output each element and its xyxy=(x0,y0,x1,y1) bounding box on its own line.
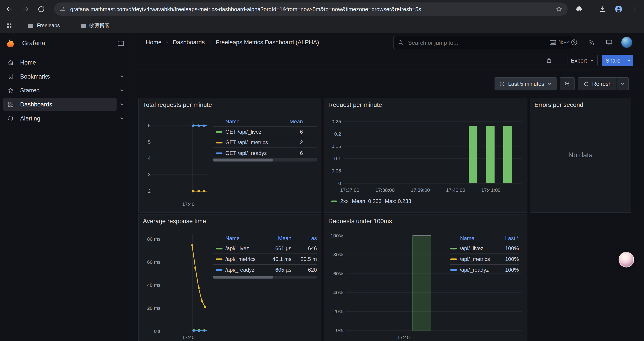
legend-col-mean[interactable]: Mean xyxy=(268,235,292,241)
breadcrumb-current: Freeleaps Metrics Dashboard (ALPHA) xyxy=(216,39,319,46)
refresh-button[interactable]: Refresh xyxy=(578,78,616,90)
user-avatar[interactable] xyxy=(621,37,632,48)
expand-dashboards-button[interactable] xyxy=(116,102,127,107)
svg-text:40 ms: 40 ms xyxy=(147,282,160,288)
grafana-sidebar: Grafana Home Bookmarks Starred Dashboard… xyxy=(0,33,131,341)
search-icon xyxy=(398,40,404,46)
legend-inline[interactable]: 2xx Mean: 0.233 Max: 0.233 xyxy=(331,198,411,204)
bookmark-item-freeleaps[interactable]: Freeleaps xyxy=(24,20,62,31)
downloads-button[interactable] xyxy=(596,2,610,16)
series-color-dash xyxy=(450,258,457,260)
refresh-interval-button[interactable] xyxy=(616,78,628,90)
bookmark-label: Freeleaps xyxy=(37,23,60,28)
browser-menu-button[interactable] xyxy=(628,2,642,16)
svg-text:0.25: 0.25 xyxy=(332,119,341,124)
time-controls: Last 5 minutes Refresh xyxy=(494,77,629,90)
chevron-down-icon xyxy=(119,115,125,121)
back-button[interactable] xyxy=(2,2,16,16)
legend-row[interactable]: /api/_livez 661 µs 646 xyxy=(212,243,317,254)
site-info-icon[interactable] xyxy=(59,6,66,13)
search-box[interactable]: ⌘+k xyxy=(393,36,574,49)
zoom-out-time-button[interactable] xyxy=(560,77,574,90)
profile-button[interactable] xyxy=(612,2,626,16)
panel-title[interactable]: Average response time xyxy=(143,217,206,224)
svg-text:17:40: 17:40 xyxy=(398,335,410,340)
search-input[interactable] xyxy=(407,39,550,46)
url-input[interactable] xyxy=(69,6,555,13)
expand-bookmarks-button[interactable] xyxy=(116,74,127,79)
legend-row[interactable]: GET /api/_readyz 6 xyxy=(212,148,317,159)
chevron-down-icon xyxy=(119,102,125,107)
series-color-dash xyxy=(216,269,222,270)
legend-row[interactable]: /api/_readyz 100% xyxy=(450,265,519,275)
panel-title[interactable]: Errors per second xyxy=(534,101,583,108)
breadcrumb-home[interactable]: Home xyxy=(146,39,162,46)
legend-row[interactable]: /api/_metrics 40.1 ms 20.5 m xyxy=(212,254,317,265)
svg-text:0.15: 0.15 xyxy=(332,144,341,149)
legend-row[interactable]: GET /api/_livez 6 xyxy=(212,127,317,137)
breadcrumb-dashboards[interactable]: Dashboards xyxy=(173,39,205,46)
svg-text:2: 2 xyxy=(148,188,151,194)
display-button[interactable] xyxy=(604,37,615,48)
help-button[interactable] xyxy=(568,37,580,48)
chevron-right-icon xyxy=(164,40,170,45)
legend-col-mean[interactable]: Mean xyxy=(278,118,303,124)
folder-icon xyxy=(80,22,86,29)
series-mean: Mean: 0.233 xyxy=(352,198,382,204)
series-color-dash xyxy=(331,200,337,202)
favorite-dashboard-button[interactable] xyxy=(544,56,554,65)
dashboard-toolbar: Export Share xyxy=(130,52,644,70)
legend-scrollbar[interactable] xyxy=(212,276,317,278)
collapse-sidebar-button[interactable] xyxy=(117,39,125,47)
sidebar-item-home[interactable]: Home xyxy=(3,56,127,70)
extensions-button[interactable] xyxy=(572,2,586,16)
sidebar-item-alerting[interactable]: Alerting xyxy=(3,111,127,125)
panel-requests-under-100ms: Requests under 100ms 100%80%60%40%20%0%1… xyxy=(324,214,528,341)
legend-scrollbar[interactable] xyxy=(212,159,317,162)
legend-col-name[interactable]: Name xyxy=(225,235,268,241)
sidebar-item-bookmarks[interactable]: Bookmarks xyxy=(3,69,127,83)
bookmark-item-blog[interactable]: 收藏博客 xyxy=(77,20,112,31)
svg-text:17:41:00: 17:41:00 xyxy=(481,187,500,193)
panel-title[interactable]: Requests under 100ms xyxy=(328,217,392,224)
chevron-right-icon xyxy=(208,40,213,45)
floating-avatar-overlay[interactable] xyxy=(618,252,634,267)
monitor-icon xyxy=(606,39,613,46)
legend-col-name[interactable]: Name xyxy=(225,118,278,124)
legend-table: Name Last * /api/_livez 100% /api/_metri… xyxy=(450,233,519,275)
expand-starred-button[interactable] xyxy=(116,88,127,93)
legend-table: Name Mean Las /api/_livez 661 µs 646 /ap… xyxy=(212,233,317,275)
forward-icon xyxy=(21,5,29,13)
time-range-picker[interactable]: Last 5 minutes xyxy=(494,77,556,90)
panel-title[interactable]: Total requests per minute xyxy=(143,101,212,108)
legend-row[interactable]: /api/_livez 100% xyxy=(450,243,519,254)
svg-text:6: 6 xyxy=(148,123,151,128)
legend-row[interactable]: /api/_metrics 100% xyxy=(450,254,519,265)
reload-button[interactable] xyxy=(34,2,48,16)
shortcut-hint: ⌘+k xyxy=(550,40,569,46)
sidebar-item-dashboards[interactable]: Dashboards xyxy=(3,97,127,112)
address-bar[interactable] xyxy=(54,3,568,16)
panel-title[interactable]: Request per minute xyxy=(328,101,382,108)
sidebar-item-label: Alerting xyxy=(20,115,40,122)
share-button[interactable]: Share xyxy=(602,55,624,66)
legend-row[interactable]: /api/_readyz 605 µs 620 xyxy=(212,265,317,275)
star-outline-icon xyxy=(545,56,553,64)
time-range-label: Last 5 minutes xyxy=(508,81,544,87)
back-icon xyxy=(5,5,13,13)
expand-alerting-button[interactable] xyxy=(116,115,127,121)
svg-text:40%: 40% xyxy=(333,290,343,295)
legend-row[interactable]: GET /api/_metrics 2 xyxy=(212,137,317,148)
svg-text:17:40: 17:40 xyxy=(182,335,194,340)
legend-col-last[interactable]: Las xyxy=(293,235,317,241)
bookmark-star-icon[interactable] xyxy=(555,5,563,13)
export-button[interactable]: Export xyxy=(568,55,598,66)
sidebar-item-starred[interactable]: Starred xyxy=(3,83,127,97)
legend-col-name[interactable]: Name xyxy=(460,235,499,241)
svg-text:0.2: 0.2 xyxy=(334,131,341,137)
share-menu-button[interactable] xyxy=(624,55,633,66)
news-rss-button[interactable] xyxy=(586,37,597,48)
apps-grid-button[interactable] xyxy=(3,20,15,31)
sidebar-item-label: Home xyxy=(20,59,36,66)
legend-col-last[interactable]: Last * xyxy=(499,235,519,241)
